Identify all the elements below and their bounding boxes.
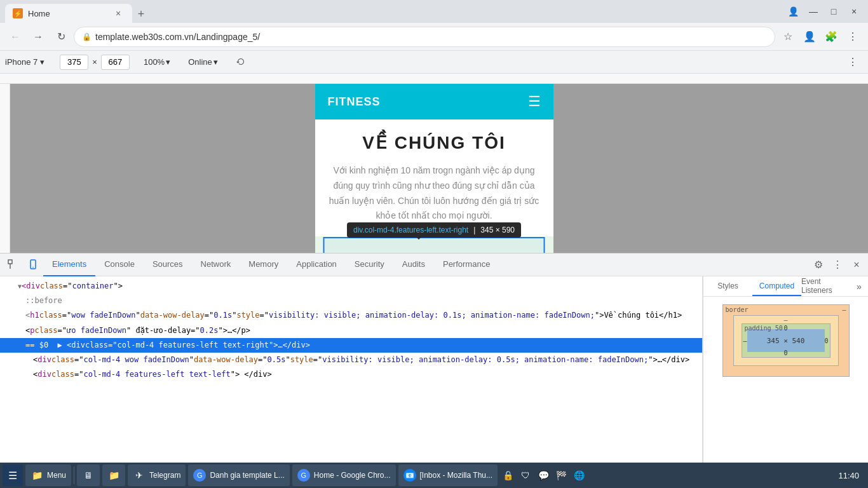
html-tree[interactable]: ▼ <div class="container"> ::before <h1 c… [0, 276, 703, 471]
tab-application[interactable]: Application [287, 254, 346, 276]
user-profile-button[interactable]: 👤 [784, 3, 802, 20]
tab-security[interactable]: Security [346, 254, 393, 276]
dimensions-area: × [60, 55, 130, 70]
profile-button[interactable]: 👤 [799, 27, 820, 47]
devtools-settings-button[interactable]: ⚙ [810, 256, 827, 274]
width-input[interactable] [60, 55, 88, 70]
rotate-icon [235, 57, 247, 68]
zoom-selector[interactable]: 100% ▾ [140, 55, 174, 69]
chat-icon[interactable]: 💬 [536, 468, 551, 483]
border-box: — padding 50 0 0 — 0 [733, 315, 839, 366]
tooltip-dimensions: 345 × 590 [480, 226, 515, 234]
tree-line-selected[interactable]: == $0 ▶ <div class="col-md-4 features-le… [0, 338, 702, 353]
tab-sources[interactable]: Sources [144, 254, 192, 276]
minimize-button[interactable]: — [804, 3, 822, 20]
styles-more-button[interactable]: » [850, 276, 868, 296]
back-button[interactable]: ← [5, 27, 25, 47]
devtools-more-button[interactable]: ⋮ [829, 256, 846, 274]
pad-right-num: 0 [824, 337, 828, 344]
styles-tabs: Styles Computed Event Listeners » [703, 276, 868, 297]
rotate-button[interactable] [232, 53, 250, 71]
devtools-close-button[interactable]: × [848, 256, 865, 274]
taskbar-chrome2[interactable]: G Home - Google Chro... [292, 464, 396, 486]
about-section: VỀ CHÚNG TÔI Với kinh nghiệm 10 năm trog… [315, 119, 553, 236]
flag-icon[interactable]: 🏁 [553, 468, 569, 483]
tree-line-before[interactable]: ::before [0, 294, 702, 308]
hamburger-menu-button[interactable]: ☰ [528, 93, 541, 110]
ruler-area [0, 74, 868, 84]
tab-network[interactable]: Network [192, 254, 240, 276]
devtools-icon-btn[interactable] [3, 254, 23, 276]
styles-tab-computed[interactable]: Computed [752, 276, 801, 296]
devtools-mobile-btn[interactable] [23, 254, 43, 276]
left-ruler [0, 84, 10, 253]
favicon-icon: ⚡ [14, 10, 22, 17]
chrome1-label: Danh gia template L... [210, 471, 284, 480]
pad-bot-num: 0 [783, 349, 787, 356]
device-toolbar-more-button[interactable]: ⋮ [843, 52, 863, 72]
maximize-button[interactable]: □ [825, 3, 843, 20]
taskbar-telegram[interactable]: ✈ Telegram [128, 464, 186, 486]
reload-button[interactable]: ↻ [51, 27, 71, 47]
tab-console[interactable]: Console [95, 254, 144, 276]
elements-panel: ▼ <div class="container"> ::before <h1 c… [0, 276, 868, 471]
tooltip-separator: | [473, 226, 475, 234]
mobile-icon [28, 259, 38, 269]
tab-audits[interactable]: Audits [393, 254, 434, 276]
inspect-icon [8, 259, 18, 269]
attr-val-container: container [72, 280, 114, 292]
more-button[interactable]: ⋮ [843, 27, 863, 47]
toolbar-right: ☆ 👤 🧩 ⋮ [778, 27, 863, 47]
device-chevron-icon: ▾ [40, 57, 44, 67]
taskbar-sep-1 [74, 466, 74, 484]
tab-performance[interactable]: Performance [434, 254, 499, 276]
tab-memory[interactable]: Memory [240, 254, 287, 276]
tooltip-code: div.col-md-4.features-left.text-right [353, 226, 468, 234]
device-name: iPhone 7 [5, 57, 37, 67]
fitness-header: FITNESS ☰ [315, 84, 553, 119]
forward-button[interactable]: → [28, 27, 48, 47]
taskbar-thunderbird[interactable]: 📧 [Inbox - Mozilla Thu... [398, 464, 498, 486]
attr-class: class [40, 280, 63, 292]
taskbar-menu[interactable]: 📁 Menu [25, 464, 71, 486]
dimensions-x: × [92, 57, 97, 67]
active-tab[interactable]: ⚡ Home × [5, 4, 132, 23]
tree-line-div-wow[interactable]: <div class="col-md-4 wow fadeInDown" dat… [0, 353, 702, 367]
start-button[interactable]: ☰ [3, 464, 23, 486]
taskbar-files[interactable]: 📁 [102, 464, 125, 486]
telegram-label: Telegram [149, 471, 180, 480]
online-chevron-icon: ▾ [214, 57, 218, 67]
tab-title: Home [28, 9, 107, 18]
tree-collapse-h1: < [25, 309, 30, 322]
tab-area: ⚡ Home × + [5, 0, 784, 23]
svg-rect-0 [8, 260, 12, 264]
height-input[interactable] [101, 55, 130, 70]
network-icon[interactable]: 🌐 [571, 468, 587, 483]
device-selector[interactable]: iPhone 7 ▾ [0, 55, 50, 69]
tree-line-h1[interactable]: <h1 class="wow fadeInDown" data-wow-dela… [0, 308, 702, 323]
tree-line-p[interactable]: <p class="ưo fadeInDown" đặt-ưo-delay="0… [0, 323, 702, 338]
styles-tab-styles[interactable]: Styles [703, 276, 752, 296]
styles-tab-event-listeners[interactable]: Event Listeners [801, 276, 850, 296]
address-bar[interactable]: 🔒 template.web30s.com.vn/Landingpage_5/ [74, 27, 775, 47]
tree-line-div-left[interactable]: <div class="col-md-4 features-left text-… [0, 367, 702, 382]
zoom-value: 100% [144, 57, 165, 67]
browser-toolbar: ← → ↻ 🔒 template.web30s.com.vn/Landingpa… [0, 23, 868, 51]
bookmark-button[interactable]: ☆ [778, 27, 798, 47]
tab-close-button[interactable]: × [112, 7, 125, 20]
content-dims: 345 × 540 [767, 337, 805, 345]
new-tab-button[interactable]: + [132, 5, 150, 23]
shield-icon[interactable]: 🛡 [518, 468, 533, 483]
lock-icon[interactable]: 🔒 [500, 468, 515, 483]
taskbar-chrome1[interactable]: G Danh gia template L... [188, 464, 289, 486]
url-text: template.web30s.com.vn/Landingpage_5/ [95, 32, 767, 42]
tab-elements[interactable]: Elements [43, 254, 95, 276]
extensions-button[interactable]: 🧩 [821, 27, 841, 47]
padding-box: padding 50 0 0 — 0 345 × 540 [742, 323, 831, 358]
online-selector[interactable]: Online ▾ [184, 55, 222, 69]
device-toolbar: iPhone 7 ▾ × 100% ▾ Online ▾ ⋮ [0, 51, 868, 74]
content-box: 345 × 540 [747, 329, 825, 352]
tree-line-container[interactable]: ▼ <div class="container"> [0, 279, 702, 294]
taskbar-system[interactable]: 🖥 [77, 464, 100, 486]
close-window-button[interactable]: × [845, 3, 863, 20]
